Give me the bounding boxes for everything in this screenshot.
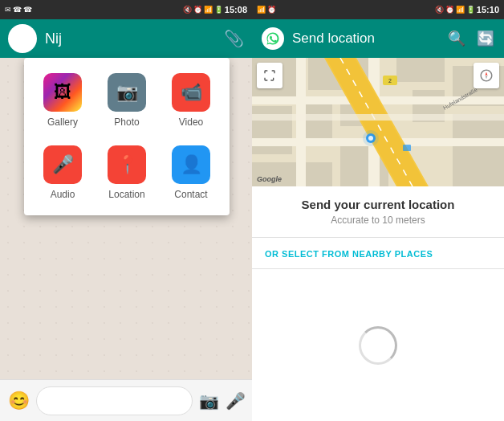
contact-icon: 👤	[181, 154, 202, 175]
svg-point-25	[363, 130, 379, 146]
avatar-left	[8, 24, 37, 53]
header-actions-right: 🔍 🔄	[448, 30, 494, 47]
status-bar-right: 📶 ⏰ 🔇 ⏰ 📶 🔋 15:10	[252, 0, 504, 19]
message-input[interactable]	[36, 386, 193, 415]
header-right: Send location 🔍 🔄	[252, 19, 504, 58]
mic-button[interactable]: 🎤	[226, 391, 246, 411]
right-status-left-icons: 📶 ⏰	[257, 6, 276, 14]
right-panel: 📶 ⏰ 🔇 ⏰ 📶 🔋 15:10 Send location 🔍 🔄	[252, 0, 504, 421]
svg-marker-28	[486, 76, 488, 80]
status-bar-left: ✉ ☎ ☎ 🔇 ⏰ 📶 🔋 15:08	[0, 0, 252, 19]
mail-icon: ✉	[5, 6, 11, 14]
header-left: Nij 📎	[0, 19, 252, 58]
video-label: Video	[179, 116, 203, 128]
compass-icon	[479, 68, 494, 83]
left-status-right-icons: 🔇 ⏰ 📶 🔋 15:08	[183, 5, 247, 14]
video-icon: 📹	[181, 82, 202, 103]
map-expand-button[interactable]	[257, 63, 282, 88]
left-status-icons: ✉ ☎ ☎	[5, 6, 32, 14]
location-icon-box: 📍	[108, 145, 146, 184]
menu-item-photo[interactable]: 📷 Photo	[95, 64, 159, 137]
time-left: 15:08	[225, 5, 247, 14]
signal-icon: 📶	[204, 6, 213, 14]
signal-icon-right: 📶	[257, 6, 266, 14]
emoji-button[interactable]: 😊	[8, 390, 30, 411]
photo-icon: 📷	[116, 82, 138, 103]
loading-spinner	[359, 326, 397, 365]
audio-label: Audio	[51, 189, 75, 200]
svg-rect-12	[296, 58, 306, 186]
chat-title: Nij	[45, 31, 216, 47]
camera-button[interactable]: 📷	[199, 391, 219, 411]
bottom-bar-left: 😊 📷 🎤	[0, 379, 252, 421]
send-location-title: Send location	[292, 31, 440, 47]
alarm-icon: ⏰	[193, 6, 202, 14]
alarm-icon-right: ⏰	[267, 6, 276, 14]
svg-rect-3	[252, 106, 292, 154]
location-accuracy: Accurate to 10 meters	[265, 215, 491, 226]
gallery-label: Gallery	[47, 116, 78, 128]
battery-icon-left: 🔋	[214, 6, 223, 14]
refresh-icon[interactable]: 🔄	[477, 30, 494, 47]
contact-icon-box: 👤	[172, 145, 210, 184]
google-logo: Google	[257, 175, 282, 183]
wifi-icon-right: 📶	[456, 6, 465, 14]
nearby-section: OR SELECT FROM NEARBY PLACES	[252, 238, 504, 269]
location-title: Send your current location	[265, 198, 491, 211]
svg-rect-19	[252, 114, 504, 121]
menu-item-contact[interactable]: 👤 Contact	[159, 137, 223, 209]
menu-item-video[interactable]: 📹 Video	[159, 64, 223, 137]
gallery-icon: 🖼	[54, 82, 71, 103]
audio-icon: 🎤	[52, 154, 74, 175]
svg-text:2: 2	[388, 78, 392, 84]
map-svg: 2 Hufelandstraße	[252, 58, 504, 186]
svg-rect-9	[453, 114, 504, 186]
loading-area	[252, 269, 504, 421]
map-compass-button[interactable]	[474, 63, 499, 88]
mute-icon-right: 🔇	[435, 6, 444, 14]
photo-icon-box: 📷	[108, 73, 146, 112]
alarm2-icon-right: ⏰	[445, 6, 454, 14]
location-icon: 📍	[116, 154, 138, 175]
svg-rect-26	[403, 145, 411, 151]
left-panel: ✉ ☎ ☎ 🔇 ⏰ 📶 🔋 15:08 Nij 📎 🖼	[0, 0, 252, 421]
whatsapp-logo	[262, 27, 284, 50]
current-location-panel[interactable]: Send your current location Accurate to 1…	[252, 186, 504, 238]
menu-grid: 🖼 Gallery 📷 Photo 📹 Video	[30, 64, 223, 209]
attachment-menu: 🖼 Gallery 📷 Photo 📹 Video	[24, 58, 230, 215]
map-area: 2 Hufelandstraße Google	[252, 58, 504, 186]
mute-icon: 🔇	[183, 6, 192, 14]
gallery-icon-box: 🖼	[43, 73, 82, 112]
phone-icon1: ☎	[13, 6, 22, 14]
contact-label: Contact	[174, 189, 207, 200]
attach-icon[interactable]: 📎	[224, 29, 244, 48]
menu-item-gallery[interactable]: 🖼 Gallery	[30, 64, 95, 137]
menu-item-audio[interactable]: 🎤 Audio	[30, 137, 95, 209]
time-right: 15:10	[477, 5, 499, 14]
svg-marker-27	[486, 72, 488, 76]
battery-icon-right: 🔋	[466, 6, 475, 14]
photo-label: Photo	[114, 116, 139, 128]
whatsapp-icon	[266, 31, 280, 46]
video-icon-box: 📹	[172, 73, 210, 112]
nearby-label: OR SELECT FROM NEARBY PLACES	[265, 249, 433, 259]
menu-item-location[interactable]: 📍 Location	[95, 137, 159, 209]
phone-icon2: ☎	[23, 6, 32, 14]
location-label: Location	[108, 189, 144, 200]
audio-icon-box: 🎤	[43, 145, 82, 184]
right-status-right-icons: 🔇 ⏰ 📶 🔋 15:10	[435, 5, 499, 14]
search-icon[interactable]: 🔍	[448, 30, 465, 47]
expand-icon	[263, 69, 276, 82]
svg-rect-6	[396, 58, 445, 82]
chat-area: 🖼 Gallery 📷 Photo 📹 Video	[0, 58, 252, 379]
